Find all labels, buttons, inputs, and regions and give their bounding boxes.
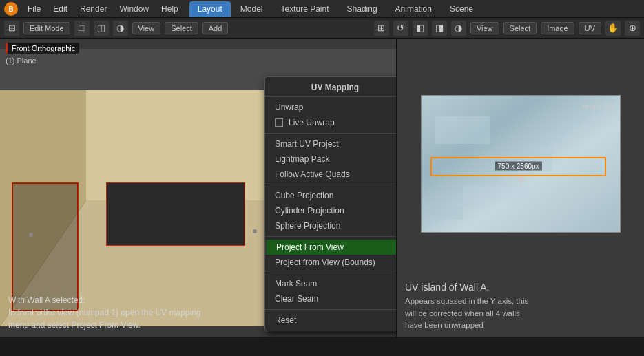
uv-mode1-icon[interactable]: ◧ (413, 21, 428, 36)
view-btn[interactable]: View (132, 22, 161, 34)
edit-mode-select[interactable]: Edit Mode (23, 22, 70, 34)
menu-item-smart-uv[interactable]: Smart UV Project (265, 136, 396, 151)
mark-seam-label: Mark Seam (275, 279, 317, 289)
project-from-view-label: Project From View (276, 242, 344, 252)
separator-5 (265, 309, 396, 310)
svg-rect-18 (428, 206, 463, 220)
uv-bottom-text: UV island of Wall A. Appears squased in … (397, 276, 644, 337)
tab-layout[interactable]: Layout (189, 1, 231, 17)
menu-item-mark-seam[interactable]: Mark Seam (265, 276, 396, 291)
menu-render[interactable]: Render (74, 3, 112, 15)
live-unwrap-checkbox[interactable] (275, 118, 283, 127)
editor-toolbar: ⊞ Edit Mode □ ◫ ◑ View Select Add ⊞ ↺ ◧ … (0, 18, 644, 39)
menu-item-live-unwrap[interactable]: Live Unwrap (265, 115, 396, 130)
menu-window[interactable]: Window (114, 3, 154, 15)
cube-label: Cube Projection (275, 191, 333, 200)
uv-editor-panel: 750 x 2560px single tile UV island of Wa… (396, 39, 644, 337)
uv-menu-title: UV Mapping (265, 80, 396, 97)
uv-select-btn[interactable]: Select (503, 22, 537, 34)
menu-help[interactable]: Help (156, 3, 184, 15)
tab-model[interactable]: Model (232, 1, 271, 17)
3d-viewport[interactable]: Front Orthographic (1) Plane UV Mapping … (0, 39, 396, 337)
tab-animation[interactable]: Animation (387, 1, 440, 17)
menu-item-project-from-view[interactable]: Project From View (265, 240, 396, 255)
top-menu-items: File Edit Render Window Help (22, 3, 184, 15)
uv-island-rect: 750 x 2560px (430, 157, 606, 176)
svg-point-13 (253, 229, 257, 233)
top-menu-bar: B File Edit Render Window Help Layout Mo… (0, 0, 644, 18)
menu-item-cylinder[interactable]: Cylinder Projection (265, 203, 396, 218)
menu-item-cube[interactable]: Cube Projection (265, 188, 396, 203)
svg-point-12 (29, 233, 33, 237)
blender-logo-icon: B (3, 1, 19, 17)
overlay-icon[interactable]: ◫ (94, 21, 109, 36)
viewport-icon[interactable]: ⊞ (4, 21, 19, 36)
viewport-sublabel: (1) Plane (6, 56, 37, 65)
svg-text:B: B (8, 6, 13, 13)
svg-rect-15 (435, 116, 490, 144)
separator-2 (265, 185, 396, 185)
menu-file[interactable]: File (22, 3, 46, 15)
lightmap-label: Lightmap Pack (275, 154, 329, 164)
separator-3 (265, 236, 396, 237)
uv-zoom-icon[interactable]: ⊕ (625, 21, 640, 36)
add-btn[interactable]: Add (202, 22, 229, 34)
live-unwrap-label: Live Unwrap (289, 118, 335, 127)
uv-uv-btn[interactable]: UV (579, 22, 601, 34)
tab-scene[interactable]: Scene (442, 1, 481, 17)
clear-seam-label: Clear Seam (275, 294, 318, 304)
svg-rect-17 (463, 185, 532, 202)
select-btn[interactable]: Select (165, 22, 198, 34)
uv-desc: Appears squased in the Y axis, thiswill … (405, 295, 636, 331)
uv-sync-icon[interactable]: ↺ (393, 21, 408, 36)
uv-hand-icon[interactable]: ✋ (605, 21, 621, 36)
viewport-label: Front Orthographic (6, 43, 79, 54)
menu-item-reset[interactable]: Reset (265, 313, 396, 328)
uv-tile-label: single tile (582, 102, 614, 110)
uv-mode2-icon[interactable]: ◨ (432, 21, 447, 36)
menu-edit[interactable]: Edit (48, 3, 73, 15)
uv-canvas: 750 x 2560px single tile (397, 59, 644, 268)
menu-item-follow-active[interactable]: Follow Active Quads (265, 167, 396, 182)
separator-1 (265, 133, 396, 134)
unwrap-label: Unwrap (275, 103, 303, 112)
uv-viewport-icon[interactable]: ⊞ (374, 21, 389, 36)
reset-label: Reset (275, 315, 296, 325)
tab-texture-paint[interactable]: Texture Paint (272, 1, 337, 17)
cylinder-label: Cylinder Projection (275, 206, 344, 216)
uv-image-container: 750 x 2560px single tile (421, 95, 621, 233)
uv-size-label: 750 x 2560px (495, 162, 542, 171)
project-bounds-label: Project from View (Bounds) (275, 258, 375, 267)
svg-rect-11 (107, 183, 245, 245)
xray-icon[interactable]: ◑ (113, 21, 128, 36)
menu-item-clear-seam[interactable]: Clear Seam (265, 291, 396, 306)
uv-mapping-menu: UV Mapping Unwrap Live Unwrap Smart UV P… (264, 76, 396, 331)
menu-item-project-bounds[interactable]: Project from View (Bounds) (265, 255, 396, 270)
separator-4 (265, 273, 396, 273)
workspace-tabs: Layout Model Texture Paint Shading Anima… (184, 0, 641, 18)
menu-item-lightmap[interactable]: Lightmap Pack (265, 151, 396, 167)
uv-view-btn[interactable]: View (470, 22, 499, 34)
follow-active-label: Follow Active Quads (275, 169, 350, 179)
tab-shading[interactable]: Shading (339, 1, 386, 17)
uv-overlay-icon[interactable]: ◑ (451, 21, 466, 36)
menu-item-unwrap[interactable]: Unwrap (265, 100, 396, 115)
menu-item-sphere[interactable]: Sphere Projection (265, 218, 396, 233)
main-area: Front Orthographic (1) Plane UV Mapping … (0, 39, 644, 337)
viewport-shading-icon[interactable]: □ (74, 21, 90, 36)
uv-image-btn[interactable]: Image (541, 22, 574, 34)
uv-title: UV island of Wall A. (405, 282, 636, 293)
smart-uv-label: Smart UV Project (275, 139, 339, 149)
sphere-label: Sphere Projection (275, 221, 340, 231)
